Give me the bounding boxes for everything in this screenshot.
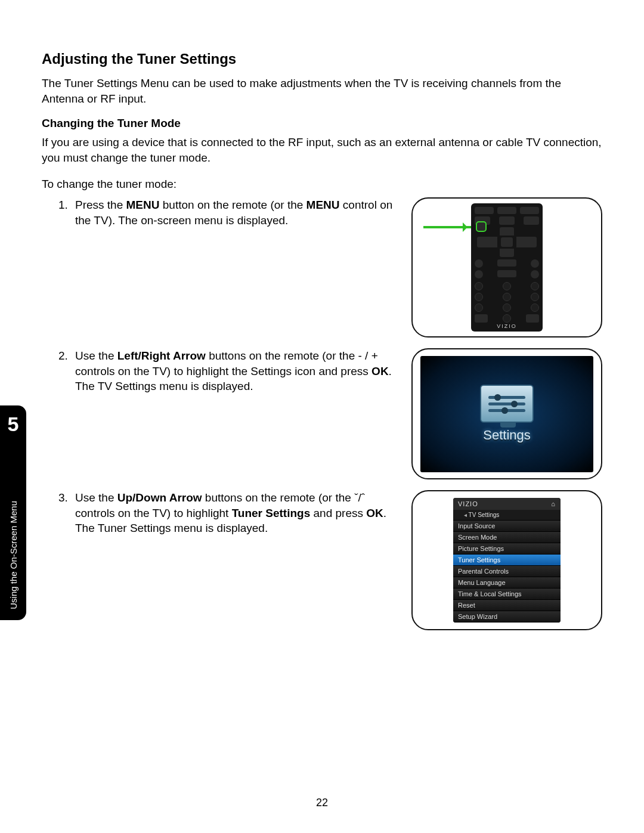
- settings-label: Settings: [483, 428, 531, 443]
- tv-menu-item: Tuner Settings: [453, 555, 561, 566]
- step-body: Use the Up/Down Arrow buttons on the rem…: [75, 490, 400, 536]
- step-2: 2. Use the Left/Right Arrow buttons on t…: [42, 348, 400, 394]
- step-body: Press the MENU button on the remote (or …: [75, 197, 400, 228]
- page-number: 22: [0, 797, 644, 809]
- home-icon: ⌂: [551, 500, 556, 507]
- section-intro: The Tuner Settings Menu can be used to m…: [42, 76, 602, 106]
- tv-menu-item: Setup Wizard: [453, 611, 561, 623]
- step-1: 1. Press the MENU button on the remote (…: [42, 197, 400, 228]
- dpad-icon: [477, 227, 537, 257]
- tv-menu-item: Time & Local Settings: [453, 589, 561, 600]
- remote-brand-label: VIZIO: [471, 323, 543, 329]
- subsection-heading: Changing the Tuner Mode: [42, 117, 602, 130]
- step-number: 3.: [58, 490, 69, 536]
- settings-sliders-icon: [480, 385, 534, 423]
- step-number: 1.: [58, 197, 69, 228]
- tv-menu-item: Input Source: [453, 521, 561, 532]
- figure-remote: VIZIO: [411, 197, 602, 337]
- chapter-number: 5: [8, 413, 19, 436]
- figure-settings-screen: Settings: [411, 348, 602, 479]
- step-3: 3. Use the Up/Down Arrow buttons on the …: [42, 490, 400, 536]
- menu-breadcrumb: TV Settings: [453, 510, 561, 521]
- tv-settings-menu: VIZIO ⌂ TV Settings Input SourceScreen M…: [453, 498, 561, 623]
- tv-menu-item: Menu Language: [453, 577, 561, 589]
- tv-menu-item: Picture Settings: [453, 543, 561, 555]
- menu-brand: VIZIO: [458, 500, 478, 507]
- tv-menu-item: Screen Mode: [453, 532, 561, 543]
- step-number: 2.: [58, 348, 69, 394]
- remote-illustration: VIZIO: [471, 203, 543, 332]
- tv-menu-item: Reset: [453, 600, 561, 611]
- tv-menu-item: Parental Controls: [453, 566, 561, 577]
- lead-in: To change the tuner mode:: [42, 176, 602, 192]
- section-heading: Adjusting the Tuner Settings: [42, 51, 602, 67]
- step-body: Use the Left/Right Arrow buttons on the …: [75, 348, 400, 394]
- chapter-label: Using the On-Screen Menu: [8, 501, 18, 609]
- chapter-side-tab: 5 Using the On-Screen Menu: [0, 405, 26, 620]
- figure-tv-menu: VIZIO ⌂ TV Settings Input SourceScreen M…: [411, 490, 602, 630]
- subsection-body: If you are using a device that is connec…: [42, 135, 602, 165]
- arrow-indicator-icon: [423, 226, 471, 228]
